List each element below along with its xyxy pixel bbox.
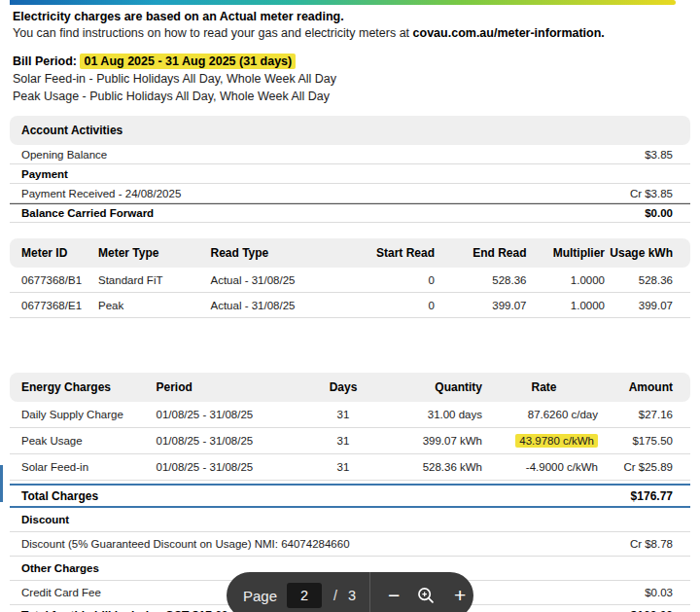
account-activities-title: Account Activities xyxy=(10,116,690,145)
start-read: 0 xyxy=(357,268,438,293)
charge-rate: -4.9000 c/kWh xyxy=(486,454,602,481)
row-amount: Cr $3.85 xyxy=(630,188,673,199)
bill-period-label: Bill Period: xyxy=(13,54,80,68)
col-meter-type: Meter Type xyxy=(98,238,211,268)
col-meter-id: Meter ID xyxy=(10,238,98,268)
read-type: Actual - 31/08/25 xyxy=(211,268,358,293)
page-total: 3 xyxy=(348,588,356,603)
col-usage-kwh: Usage kWh xyxy=(609,238,690,268)
account-row-opening-balance: Opening Balance $3.85 xyxy=(10,145,690,164)
meter-type: Standard FiT xyxy=(98,268,211,293)
credit-card-fee-label: Credit Card Fee xyxy=(21,587,101,598)
total-charges-row: Total Charges $176.77 xyxy=(10,484,690,508)
account-row-payment-received: Payment Received - 24/08/2025 Cr $3.85 xyxy=(10,184,690,203)
col-end-read: End Read xyxy=(438,238,531,268)
meter-readings-section: Meter ID Meter Type Read Type Start Read… xyxy=(10,238,690,318)
col-multiplier: Multiplier xyxy=(531,238,610,268)
charge-amount: $27.16 xyxy=(602,402,690,428)
solar-feedin-schedule: Solar Feed-in - Public Holidays All Day,… xyxy=(13,71,690,87)
bill-page: Electricity charges are based on an Actu… xyxy=(0,0,700,612)
meter-id: 0677368/B1 xyxy=(10,268,98,293)
multiplier: 1.0000 xyxy=(531,293,610,318)
meter-id: 0677368/E1 xyxy=(10,293,98,318)
total-charges-amount: $176.77 xyxy=(631,489,673,503)
charge-name: Solar Feed-in xyxy=(10,454,157,481)
bill-period-value-highlighted: 01 Aug 2025 - 31 Aug 2025 (31 days) xyxy=(80,54,296,69)
page-separator: / xyxy=(333,588,337,603)
charge-amount: $175.50 xyxy=(602,428,690,454)
viewer-toolbar: Page 2 / 3 − + xyxy=(227,572,473,612)
meter-instructions-line: You can find instructions on how to read… xyxy=(13,25,690,41)
meter-info-link[interactable]: covau.com.au/meter-information. xyxy=(413,26,605,40)
charge-name: Daily Supply Charge xyxy=(10,402,157,428)
meter-type: Peak xyxy=(98,293,211,318)
row-amount: $0.00 xyxy=(645,207,673,219)
energy-charges-table: Energy Charges Period Days Quantity Rate… xyxy=(10,373,690,481)
charge-days: 31 xyxy=(309,402,377,428)
credit-card-fee-amount: $0.03 xyxy=(645,587,673,598)
zoom-in-button[interactable]: + xyxy=(449,585,471,606)
charge-rate-highlighted: 43.9780 c/kWh xyxy=(486,428,602,454)
meter-table-header-row: Meter ID Meter Type Read Type Start Read… xyxy=(10,238,690,268)
page-number-input[interactable]: 2 xyxy=(287,583,322,608)
end-read: 399.07 xyxy=(438,293,531,318)
other-charges-header: Other Charges xyxy=(21,562,99,574)
col-amount: Amount xyxy=(602,373,690,402)
charge-quantity: 31.00 days xyxy=(377,402,486,428)
bill-period-line: Bill Period: 01 Aug 2025 - 31 Aug 2025 (… xyxy=(13,54,690,69)
row-amount: $3.85 xyxy=(645,149,673,161)
meter-table: Meter ID Meter Type Read Type Start Read… xyxy=(10,238,690,318)
meter-reading-notice: Electricity charges are based on an Actu… xyxy=(13,9,690,24)
charge-period: 01/08/25 - 31/08/25 xyxy=(157,428,310,454)
charge-rate: 87.6260 c/day xyxy=(486,402,602,428)
col-rate: Rate xyxy=(486,373,602,402)
energy-table-header-row: Energy Charges Period Days Quantity Rate… xyxy=(10,373,690,402)
energy-row-solar-feedin: Solar Feed-in 01/08/25 - 31/08/25 31 528… xyxy=(10,454,690,481)
usage-kwh: 399.07 xyxy=(609,293,690,318)
intro-block: Electricity charges are based on an Actu… xyxy=(13,9,690,104)
end-read: 528.36 xyxy=(438,268,531,293)
col-quantity: Quantity xyxy=(377,373,486,402)
peak-usage-schedule: Peak Usage - Public Holidays All Day, Wh… xyxy=(13,89,690,104)
row-label: Balance Carried Forward xyxy=(21,207,154,219)
read-type: Actual - 31/08/25 xyxy=(211,293,358,318)
account-row-balance-carried-forward: Balance Carried Forward $0.00 xyxy=(10,203,690,223)
meter-row-peak: 0677368/E1 Peak Actual - 31/08/25 0 399.… xyxy=(10,293,690,318)
usage-kwh: 528.36 xyxy=(609,268,690,293)
total-charges-label: Total Charges xyxy=(21,489,98,503)
col-read-type: Read Type xyxy=(211,238,358,268)
meter-row-standard-fit: 0677368/B1 Standard FiT Actual - 31/08/2… xyxy=(10,268,690,293)
page-label: Page xyxy=(243,588,277,604)
account-row-payment-header: Payment xyxy=(10,164,690,184)
col-energy-charges: Energy Charges xyxy=(10,373,157,402)
charge-days: 31 xyxy=(309,454,377,481)
discount-header-row: Discount xyxy=(10,508,690,532)
row-label: Opening Balance xyxy=(21,149,107,161)
charge-quantity: 399.07 kWh xyxy=(377,428,486,454)
magnifier-plus-icon[interactable] xyxy=(415,585,437,606)
page-edge-blue-mark xyxy=(0,465,3,502)
toolbar-divider xyxy=(369,572,370,612)
start-read: 0 xyxy=(357,293,438,318)
col-start-read: Start Read xyxy=(357,238,438,268)
charge-period: 01/08/25 - 31/08/25 xyxy=(157,402,310,428)
rate-highlight: 43.9780 c/kWh xyxy=(515,434,598,448)
zoom-out-button[interactable]: − xyxy=(383,585,404,606)
energy-charges-section: Energy Charges Period Days Quantity Rate… xyxy=(10,373,690,481)
col-period: Period xyxy=(157,373,310,402)
charge-amount: Cr $25.89 xyxy=(602,454,690,481)
energy-row-peak-usage: Peak Usage 01/08/25 - 31/08/25 31 399.07… xyxy=(10,428,690,454)
row-label: Payment xyxy=(21,168,68,180)
account-activities-section: Account Activities Opening Balance $3.85… xyxy=(10,116,690,223)
discount-label: Discount (5% Guaranteed Discount on Usag… xyxy=(21,538,350,550)
row-label: Payment Received - 24/08/2025 xyxy=(21,188,181,199)
top-gradient-bar xyxy=(10,0,676,5)
charge-quantity: 528.36 kWh xyxy=(377,454,486,481)
meter-instructions-text: You can find instructions on how to read… xyxy=(13,26,413,40)
discount-detail-row: Discount (5% Guaranteed Discount on Usag… xyxy=(10,532,690,557)
charge-period: 01/08/25 - 31/08/25 xyxy=(157,454,310,481)
col-days: Days xyxy=(309,373,377,402)
discount-header: Discount xyxy=(21,514,69,525)
discount-amount: Cr $8.78 xyxy=(630,538,673,550)
charge-name: Peak Usage xyxy=(10,428,157,454)
